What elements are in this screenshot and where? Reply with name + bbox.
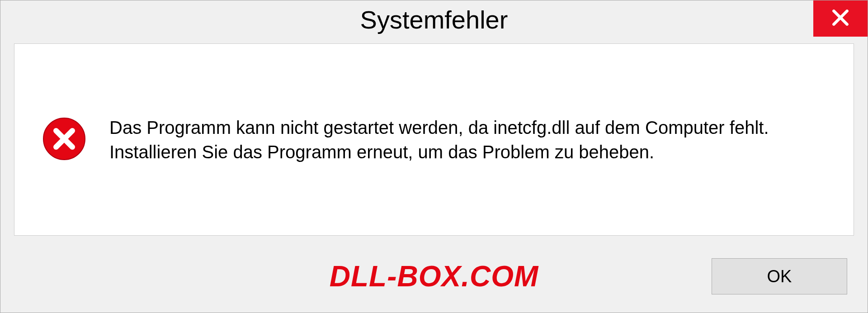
- message-panel: Das Programm kann nicht gestartet werden…: [14, 43, 854, 236]
- error-message: Das Programm kann nicht gestartet werden…: [109, 115, 826, 164]
- close-button[interactable]: [813, 0, 868, 37]
- close-icon: [830, 8, 850, 29]
- titlebar: Systemfehler: [0, 0, 868, 43]
- watermark-text: DLL-BOX.COM: [330, 260, 539, 293]
- error-icon: [42, 116, 87, 163]
- error-dialog: Systemfehler Das Programm kann nicht ges…: [0, 0, 868, 313]
- dialog-footer: DLL-BOX.COM OK: [0, 249, 868, 313]
- ok-button[interactable]: OK: [712, 258, 847, 294]
- dialog-title: Systemfehler: [360, 5, 508, 34]
